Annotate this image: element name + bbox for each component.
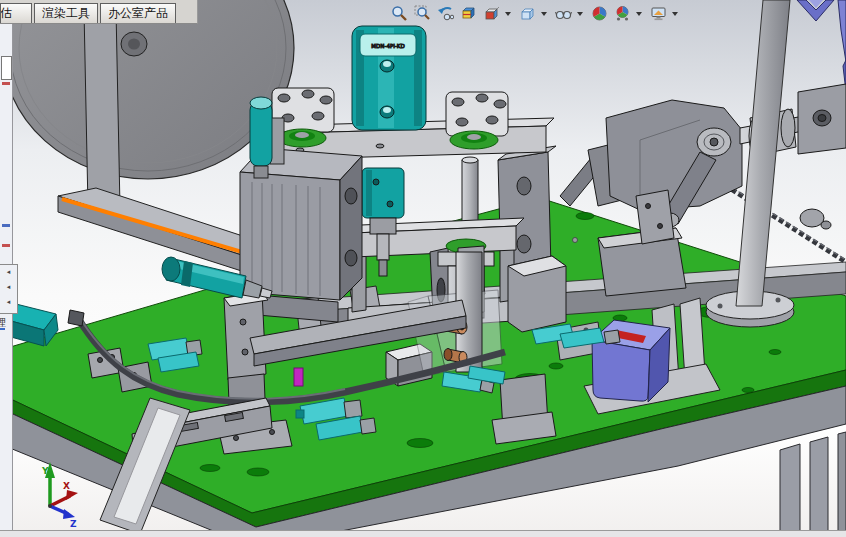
view-settings-dropdown[interactable] [672,12,678,16]
table-leg[interactable] [780,444,800,537]
zoom-to-area-icon[interactable] [413,4,432,23]
bearing-block[interactable] [446,92,508,136]
magenta-part[interactable] [294,368,303,386]
triad-x-label: X [63,481,70,491]
section-view-icon[interactable] [459,4,478,23]
table-leg[interactable] [838,432,846,537]
panel-icon-fragment [2,82,10,85]
triad-y-label: Y [41,466,49,476]
collapse-arrow-icon: ◂ [0,295,17,310]
view-orientation-icon[interactable] [482,4,501,23]
panel-field-fragment [1,56,12,80]
solidworks-window: MDN-4PI-KD [0,0,846,537]
panel-icon-fragment [2,244,10,247]
command-manager-tabbar: 评估 渲染工具 办公室产品 [0,0,198,24]
collapse-arrow-icon: ◂ [0,280,17,295]
table-leg[interactable] [810,437,828,537]
hide-show-items-dropdown[interactable] [577,12,583,16]
feature-manager-collapsed-panel[interactable]: ◂ ◂ ◂ 理 [0,24,13,531]
viewport-3d-scene[interactable]: MDN-4PI-KD [0,0,846,537]
apply-scene-icon[interactable] [613,4,632,23]
hide-show-items-icon[interactable] [554,4,573,23]
green-spring-ring[interactable] [450,131,498,149]
display-style-dropdown[interactable] [541,12,547,16]
view-orientation-dropdown[interactable] [505,12,511,16]
pneumatic-cylinder-mid[interactable] [362,168,404,218]
collapse-arrow-icon: ◂ [0,265,17,280]
green-spring-ring[interactable] [278,129,326,147]
pneumatic-cylinder-top[interactable]: MDN-4PI-KD [352,26,426,130]
cylinder-label-text: MDN-4PI-KD [371,43,404,49]
previous-view-icon[interactable] [436,4,455,23]
tab-evaluate[interactable]: 评估 [0,3,32,23]
panel-icon-fragment [2,224,10,227]
display-style-icon[interactable] [518,4,537,23]
tab-render-tools[interactable]: 渲染工具 [34,3,98,23]
zoom-to-fit-icon[interactable] [390,4,409,23]
triad-z-label: Z [70,519,77,529]
apply-scene-dropdown[interactable] [636,12,642,16]
window-bottom-edge [0,530,846,537]
heads-up-view-toolbar [390,3,685,24]
tab-office-products[interactable]: 办公室产品 [100,3,176,23]
panel-expand-handle[interactable]: ◂ ◂ ◂ [0,264,18,314]
panel-marker [0,328,5,330]
edit-appearance-icon[interactable] [590,4,609,23]
view-settings-icon[interactable] [649,4,668,23]
